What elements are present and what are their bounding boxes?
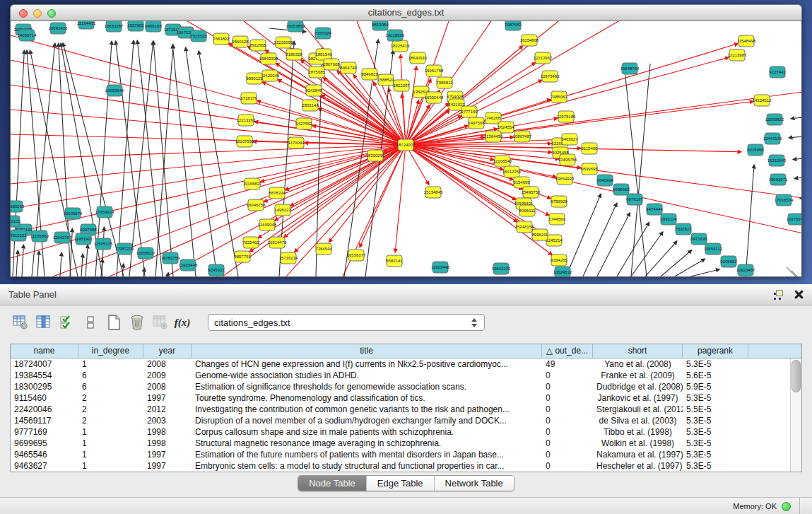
table-cell: Corpus callosum shape and size in male p… bbox=[192, 426, 542, 438]
select-columns-icon[interactable] bbox=[35, 313, 53, 332]
graph-node-label: 5624554 bbox=[498, 125, 514, 129]
graph-edge bbox=[11, 35, 406, 145]
graph-edge bbox=[199, 51, 238, 276]
graph-edge bbox=[395, 145, 406, 252]
graph-node-label: 16958107 bbox=[136, 251, 155, 255]
table-row[interactable]: 946554611997Estimation of the future num… bbox=[11, 449, 790, 460]
graph-node-label: 7357224 bbox=[314, 31, 331, 35]
graph-edge bbox=[115, 41, 145, 276]
graph-node-label: 14055714 bbox=[18, 33, 37, 37]
graph-node-label: 746266 bbox=[486, 116, 501, 120]
table-cell: 1 bbox=[78, 438, 143, 449]
column-header-name[interactable]: name bbox=[11, 344, 78, 358]
graph-node-label: 9315221 bbox=[11, 233, 27, 238]
column-header-out_de...[interactable]: △ out_de... bbox=[542, 344, 593, 358]
table-row[interactable]: 911546021997Tourette syndrome. Phenomeno… bbox=[11, 392, 790, 404]
graph-node-label: 9582141 bbox=[386, 259, 403, 263]
new-document-icon[interactable] bbox=[105, 313, 123, 332]
memory-status-icon[interactable] bbox=[782, 502, 791, 511]
function-icon[interactable]: f(x) bbox=[175, 313, 193, 332]
graph-node-label: 9427552 bbox=[295, 122, 312, 126]
scrollbar-thumb[interactable] bbox=[792, 360, 801, 392]
graph-node-label: 7832621 bbox=[675, 227, 692, 231]
table-row[interactable]: 1872400712008Changes of HCN gene express… bbox=[11, 358, 790, 370]
graph-node-label: 8938923 bbox=[613, 187, 630, 192]
row-checks-icon[interactable] bbox=[58, 313, 76, 332]
table-cell: 5.3E-5 bbox=[683, 392, 748, 404]
graph-node-label: 7955812 bbox=[436, 81, 453, 85]
graph-node-label: 9227441 bbox=[769, 70, 786, 74]
table-select-dropdown[interactable]: citations_edges.txt bbox=[208, 314, 485, 331]
table-vertical-scrollbar[interactable] bbox=[790, 358, 801, 472]
float-panel-icon[interactable] bbox=[774, 290, 784, 300]
column-header-year[interactable]: year bbox=[143, 344, 192, 358]
table-cell: 1998 bbox=[143, 426, 192, 438]
graph-node-label: 11409948 bbox=[258, 223, 277, 227]
close-window-button[interactable] bbox=[19, 9, 28, 18]
table-cell: 22420046 bbox=[11, 404, 78, 415]
network-canvas-svg[interactable]: 2322605881863289827508188154628676088454… bbox=[11, 21, 802, 277]
table-settings-icon[interactable] bbox=[11, 313, 30, 332]
zoom-window-button[interactable] bbox=[47, 9, 56, 18]
graph-node-label: 16154808 bbox=[520, 38, 539, 42]
table-cell: Investigating the contribution of common… bbox=[192, 404, 542, 415]
column-header-filler[interactable] bbox=[748, 344, 801, 358]
table-row[interactable]: 1456911722003Disruption of a novel membe… bbox=[11, 415, 790, 426]
table-row[interactable]: 1830029562008Estimation of significance … bbox=[11, 381, 790, 392]
graph-node-label: 12444136 bbox=[763, 136, 782, 141]
graph-edge bbox=[167, 273, 168, 276]
network-canvas[interactable]: 2322605881863289827508188154628676088454… bbox=[10, 21, 802, 277]
table-cell: 1997 bbox=[143, 392, 192, 404]
table-cell: 1 bbox=[78, 426, 143, 438]
graph-edge bbox=[11, 145, 406, 159]
column-header-short[interactable]: short bbox=[593, 344, 683, 358]
tab-network-table[interactable]: Network Table bbox=[434, 476, 514, 491]
graph-node-label: 9334265 bbox=[551, 258, 567, 262]
close-panel-icon[interactable] bbox=[794, 290, 804, 299]
table-cell: 2008 bbox=[143, 381, 192, 392]
graph-node-label: 9857791 bbox=[234, 255, 251, 259]
table-row[interactable]: 977716911998Corpus callosum shape and si… bbox=[11, 426, 790, 438]
table-cell: 1 bbox=[78, 358, 143, 370]
column-header-title[interactable]: title bbox=[192, 344, 542, 358]
table-cell: 5.3E-5 bbox=[683, 426, 748, 438]
graph-node-label: 1588520 bbox=[377, 78, 394, 82]
minimize-window-button[interactable] bbox=[33, 9, 42, 18]
window-resize-grip[interactable] bbox=[787, 267, 800, 277]
table-cell: Estimation of the future numbers of pati… bbox=[192, 449, 542, 460]
column-header-pagerank[interactable]: pagerank bbox=[683, 344, 748, 358]
table-cell bbox=[748, 460, 790, 472]
graph-edge bbox=[16, 250, 18, 276]
merge-rows-icon[interactable] bbox=[81, 313, 100, 332]
table-cell: 1998 bbox=[143, 438, 192, 449]
graph-node-label: 8471636 bbox=[690, 237, 707, 241]
table-panel-title: Table Panel bbox=[8, 289, 774, 300]
table-row[interactable]: 2242004622012Investigating the contribut… bbox=[11, 404, 790, 415]
graph-node-label: 1527602 bbox=[127, 23, 144, 28]
graph-edge bbox=[566, 194, 601, 276]
graph-node-label: 12213987 bbox=[728, 53, 747, 57]
graph-node-label: 11675345 bbox=[787, 217, 802, 221]
table-cell: 0 bbox=[542, 449, 593, 460]
tab-node-table[interactable]: Node Table bbox=[298, 476, 366, 491]
table-cell: 18300295 bbox=[11, 381, 78, 392]
graph-node-label: 15716234 bbox=[279, 256, 298, 260]
table-cell: Yano et al. (2008) bbox=[593, 358, 683, 370]
table-cell bbox=[748, 449, 790, 460]
table-row[interactable]: 969969511998Structural magnetic resonanc… bbox=[11, 438, 790, 449]
graph-node-label: 9756928 bbox=[551, 199, 567, 204]
table-cell bbox=[748, 404, 790, 415]
column-header-in_degree[interactable]: in_degree bbox=[78, 344, 143, 358]
table-cell: 9463627 bbox=[11, 460, 78, 472]
graph-edge bbox=[316, 48, 322, 276]
graph-node-label: 16210643 bbox=[767, 158, 787, 163]
delete-icon[interactable] bbox=[128, 313, 146, 332]
network-window-titlebar[interactable]: citations_edges.txt bbox=[10, 4, 802, 21]
table-cell: Dudbridge et al. (2008) bbox=[593, 381, 683, 392]
graph-node-label: 12164431 bbox=[77, 21, 96, 25]
table-row[interactable]: 1938455462009Genome-wide association stu… bbox=[11, 370, 790, 381]
tab-edge-table[interactable]: Edge Table bbox=[366, 476, 434, 491]
graph-edge bbox=[406, 145, 503, 170]
table-row[interactable]: 946362711997Embryonic stem cells: a mode… bbox=[11, 460, 790, 472]
graph-edge bbox=[153, 41, 173, 276]
